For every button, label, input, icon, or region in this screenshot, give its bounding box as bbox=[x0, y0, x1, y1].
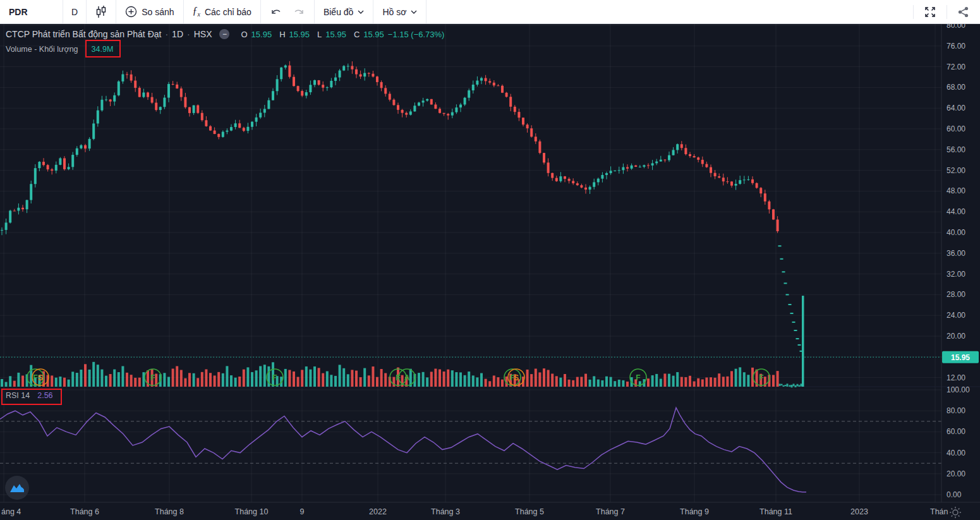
svg-text:28.00: 28.00 bbox=[947, 290, 965, 299]
svg-text:76.00: 76.00 bbox=[947, 42, 965, 51]
svg-text:60.00: 60.00 bbox=[947, 124, 965, 133]
symbol-label: PDR bbox=[9, 7, 28, 17]
high-label: H bbox=[279, 30, 285, 39]
svg-text:44.00: 44.00 bbox=[947, 207, 965, 216]
compare-button[interactable]: So sánh bbox=[116, 0, 183, 23]
svg-text:Thán: Thán bbox=[930, 507, 948, 516]
svg-text:20.00: 20.00 bbox=[947, 332, 965, 341]
candlestick-icon bbox=[95, 5, 107, 19]
profile-menu-button[interactable]: Hồ sơ bbox=[373, 0, 426, 23]
close-label: C bbox=[354, 30, 360, 39]
svg-text:36.00: 36.00 bbox=[947, 249, 965, 258]
chart-menu-button[interactable]: Biểu đồ bbox=[315, 0, 373, 23]
chart-area: FSFFFAFSFF80.0076.0072.0068.0064.0060.00… bbox=[0, 24, 980, 520]
svg-text:áng 4: áng 4 bbox=[1, 507, 21, 516]
svg-text:F: F bbox=[272, 373, 277, 382]
svg-text:24.00: 24.00 bbox=[947, 311, 965, 320]
rsi-legend[interactable]: RSI 14 2.56 bbox=[6, 391, 53, 400]
svg-text:Tháng 5: Tháng 5 bbox=[515, 507, 544, 516]
svg-text:0.00: 0.00 bbox=[947, 490, 962, 499]
svg-text:A: A bbox=[404, 373, 410, 382]
compare-label: So sánh bbox=[142, 7, 174, 17]
chart-legend[interactable]: CTCP Phát triển Bất động sản Phát Đạt · … bbox=[6, 29, 444, 39]
rsi-value: 2.56 bbox=[37, 391, 52, 400]
svg-text:40.00: 40.00 bbox=[947, 449, 965, 457]
svg-text:48.00: 48.00 bbox=[947, 186, 965, 195]
svg-text:68.00: 68.00 bbox=[947, 83, 965, 92]
fullscreen-button[interactable] bbox=[913, 5, 947, 19]
legend-interval: 1D bbox=[172, 29, 183, 39]
theme-toggle-button[interactable] bbox=[948, 505, 963, 520]
high-value: 15.95 bbox=[289, 30, 310, 39]
svg-text:2023: 2023 bbox=[850, 507, 868, 516]
chart-menu-label: Biểu đồ bbox=[324, 7, 353, 17]
indicators-button[interactable]: ƒx Các chỉ báo bbox=[184, 0, 261, 23]
fullscreen-icon bbox=[923, 5, 937, 19]
svg-text:Tháng 8: Tháng 8 bbox=[155, 507, 184, 516]
svg-text:40.00: 40.00 bbox=[947, 228, 965, 237]
legend-exchange: HSX bbox=[194, 29, 212, 39]
svg-text:9: 9 bbox=[300, 507, 305, 516]
low-value: 15.95 bbox=[325, 30, 346, 39]
undo-icon[interactable] bbox=[270, 7, 282, 17]
close-value: 15.95 bbox=[363, 30, 384, 39]
open-label: O bbox=[241, 30, 247, 39]
svg-text:F: F bbox=[150, 373, 155, 382]
svg-text:Tháng 6: Tháng 6 bbox=[70, 507, 99, 516]
plus-circle-icon bbox=[125, 6, 137, 18]
volume-label: Volume - Khối lượng bbox=[6, 45, 78, 54]
svg-text:12.00: 12.00 bbox=[947, 373, 965, 382]
broker-logo[interactable] bbox=[5, 476, 29, 500]
svg-text:72.00: 72.00 bbox=[947, 63, 965, 71]
svg-text:Tháng 10: Tháng 10 bbox=[235, 507, 269, 516]
svg-text:Tháng 11: Tháng 11 bbox=[759, 507, 792, 516]
svg-text:F: F bbox=[33, 373, 37, 382]
svg-text:Tháng 9: Tháng 9 bbox=[680, 507, 709, 516]
interval-button[interactable]: D bbox=[63, 0, 87, 23]
change-value: −1.15 (−6.73%) bbox=[388, 30, 445, 39]
chevron-down-icon bbox=[411, 10, 417, 14]
rsi-label: RSI 14 bbox=[6, 391, 30, 400]
share-icon bbox=[957, 5, 971, 19]
svg-text:S: S bbox=[38, 373, 43, 382]
mountain-logo-icon bbox=[9, 481, 25, 494]
collapse-legend-button[interactable]: − bbox=[219, 29, 229, 39]
symbol-button[interactable]: PDR bbox=[0, 0, 63, 23]
rsi-plot-layer bbox=[0, 408, 806, 492]
indicators-label: Các chỉ báo bbox=[205, 7, 251, 17]
open-value: 15.95 bbox=[251, 30, 272, 39]
svg-text:2022: 2022 bbox=[369, 507, 387, 516]
svg-text:80.00: 80.00 bbox=[947, 24, 965, 30]
svg-text:S: S bbox=[514, 373, 519, 382]
svg-text:20.00: 20.00 bbox=[947, 469, 965, 478]
axis-labels-layer: 80.0076.0072.0068.0064.0060.0056.0052.00… bbox=[1, 24, 970, 516]
redo-icon[interactable] bbox=[293, 7, 305, 17]
top-toolbar: PDR D So sánh ƒx Các chỉ báo bbox=[0, 0, 980, 24]
svg-text:60.00: 60.00 bbox=[947, 427, 965, 436]
price-chip: 15.95 bbox=[942, 351, 979, 363]
fx-icon: ƒx bbox=[193, 5, 200, 18]
svg-text:80.00: 80.00 bbox=[947, 406, 965, 415]
low-label: L bbox=[317, 30, 322, 39]
volume-legend[interactable]: Volume - Khối lượng 34.9M bbox=[6, 45, 113, 54]
svg-text:Tháng 7: Tháng 7 bbox=[596, 507, 625, 516]
volume-spike-layer bbox=[802, 296, 804, 387]
interval-label: D bbox=[71, 7, 78, 17]
undo-redo-group bbox=[261, 0, 315, 23]
svg-text:64.00: 64.00 bbox=[947, 104, 965, 112]
svg-text:56.00: 56.00 bbox=[947, 145, 965, 154]
svg-text:15.95: 15.95 bbox=[951, 353, 970, 362]
chart-canvas[interactable]: FSFFFAFSFF80.0076.0072.0068.0064.0060.00… bbox=[0, 24, 980, 520]
volume-layer bbox=[1, 362, 779, 387]
chart-style-button[interactable] bbox=[87, 0, 116, 23]
chevron-down-icon bbox=[358, 10, 364, 14]
svg-text:100.00: 100.00 bbox=[947, 385, 970, 394]
svg-text:32.00: 32.00 bbox=[947, 270, 965, 279]
instrument-title: CTCP Phát triển Bất động sản Phát Đạt bbox=[6, 29, 161, 39]
toolbar-right-group bbox=[913, 0, 980, 23]
limit-down-layer bbox=[778, 245, 803, 387]
svg-text:F: F bbox=[636, 373, 640, 382]
svg-text:Tháng 3: Tháng 3 bbox=[431, 507, 460, 516]
svg-text:52.00: 52.00 bbox=[947, 166, 965, 175]
share-button[interactable] bbox=[947, 5, 980, 19]
